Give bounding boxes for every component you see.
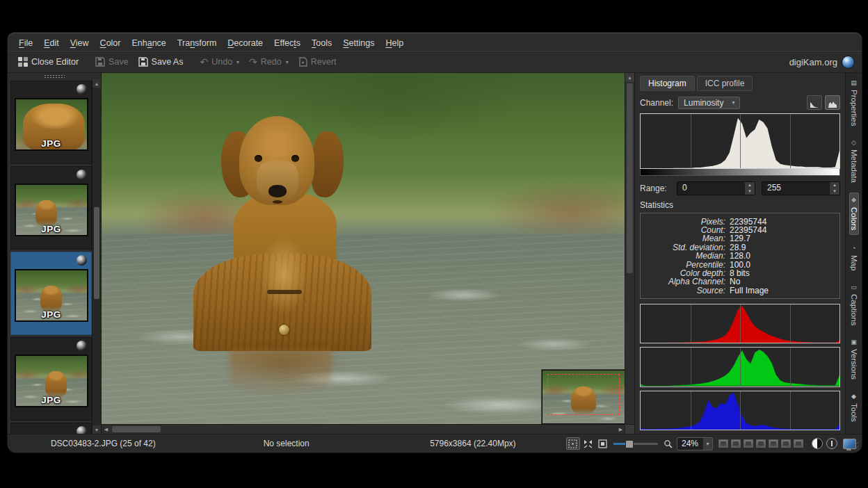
digikam-brand[interactable]: digiKam.org	[789, 56, 856, 69]
revert-label: Revert	[311, 57, 337, 67]
thumbnail-item-5[interactable]	[10, 423, 92, 434]
menu-edit[interactable]: Edit	[38, 37, 65, 49]
spinbox-arrows[interactable]: ▲▼	[829, 182, 839, 195]
chevron-down-icon[interactable]: ▼	[702, 438, 712, 450]
zoom-level-combobox[interactable]: 24% ▼	[677, 437, 713, 450]
redo-button[interactable]: ↷ Redo ▾	[244, 55, 294, 69]
undo-label: Undo	[211, 57, 232, 67]
histogram-blue[interactable]	[640, 391, 840, 430]
canvas-vertical-scrollbar[interactable]: ▲	[625, 73, 634, 424]
fit-to-window-button[interactable]	[582, 438, 595, 449]
side-tab-map[interactable]: ◔Map	[849, 241, 859, 274]
stat-value: 129.7	[725, 234, 750, 243]
undo-dropdown-icon[interactable]: ▾	[236, 59, 239, 65]
stat-label: Source:	[646, 286, 725, 295]
menu-effects[interactable]: Effects	[268, 37, 306, 49]
side-tab-properties[interactable]: ▤Properties	[849, 76, 859, 129]
range-min-spinbox[interactable]: 0 ▲▼	[677, 181, 755, 195]
linear-scale-button[interactable]	[807, 95, 822, 110]
photo-dog-reflection	[206, 348, 362, 400]
menu-tools[interactable]: Tools	[306, 37, 337, 49]
tab-icc-profile[interactable]: ICC profile	[697, 76, 753, 91]
properties-icon: ▤	[851, 79, 858, 86]
channel-select[interactable]: Luminosity ▾	[678, 97, 740, 109]
spinbox-arrows[interactable]: ▲▼	[744, 182, 755, 195]
redo-label: Redo	[261, 57, 282, 67]
menu-transform[interactable]: Transform	[172, 37, 223, 49]
geolocation-globe-icon	[77, 341, 87, 351]
canvas-horizontal-scrollbar[interactable]: ◀ ▶	[102, 424, 634, 434]
range-min-value[interactable]: 0	[677, 182, 744, 195]
side-tab-label: Colors	[850, 207, 858, 230]
photo-dog	[185, 116, 380, 351]
side-tab-label: Map	[850, 255, 858, 270]
revert-button[interactable]: Revert	[294, 55, 341, 69]
scroll-left-icon[interactable]: ◀	[102, 425, 111, 434]
menu-decorate[interactable]: Decorate	[222, 37, 268, 49]
pan-preview-overlay[interactable]	[542, 370, 625, 424]
save-button[interactable]: Save	[90, 55, 134, 69]
side-tab-colors[interactable]: ❖Colors	[849, 193, 859, 234]
thumbnail-item-1[interactable]: JPG	[10, 81, 92, 164]
stat-row: Mean:129.7	[646, 234, 834, 243]
thumbnail-item-2[interactable]: JPG	[10, 166, 92, 250]
editor-canvas: ▲ ◀ ▶	[102, 73, 634, 434]
mini-preview-button-7[interactable]	[793, 439, 804, 448]
save-as-button[interactable]: Save As	[134, 55, 188, 69]
exposure-indicator-icon[interactable]	[812, 438, 823, 449]
stat-value: Full Image	[725, 286, 769, 295]
undo-button[interactable]: ↶ Undo ▾	[195, 55, 244, 69]
thumbbar-scrollbar[interactable]: ▲ ▼	[92, 79, 101, 434]
zoom-level-value[interactable]: 24%	[677, 439, 702, 448]
info-indicator-icon[interactable]	[826, 438, 837, 449]
mini-preview-button-2[interactable]	[730, 439, 741, 448]
histogram-luminosity[interactable]	[640, 113, 840, 169]
logarithmic-scale-button[interactable]	[825, 95, 840, 110]
zoom-slider[interactable]	[613, 439, 658, 448]
channel-value: Luminosity	[684, 98, 723, 108]
scrollbar-thumb[interactable]	[112, 426, 161, 432]
pan-visible-region-rect[interactable]	[547, 374, 620, 415]
statistics-box: Pixels:22395744Count:22395744Mean:129.7S…	[640, 213, 840, 300]
menu-help[interactable]: Help	[380, 37, 409, 49]
canvas-viewport[interactable]: ▲	[102, 73, 634, 424]
scroll-up-icon[interactable]: ▲	[625, 73, 634, 82]
side-tab-label: Versions	[850, 349, 858, 380]
statusbar: DSC03483-2.JPG (25 of 42) No selection 5…	[8, 434, 862, 453]
thumbbar-drag-handle[interactable]	[8, 73, 101, 79]
zoom-slider-handle[interactable]	[625, 440, 634, 448]
mini-preview-button-6[interactable]	[780, 439, 791, 448]
mini-preview-button-5[interactable]	[768, 439, 779, 448]
histogram-green[interactable]	[640, 347, 840, 387]
zoom-fit-button[interactable]	[662, 438, 675, 449]
close-editor-button[interactable]: Close Editor	[13, 55, 83, 69]
range-max-spinbox[interactable]: 255 ▲▼	[762, 181, 840, 195]
stat-value: 128.0	[725, 252, 750, 260]
side-tab-metadata[interactable]: ◇Metadata	[849, 136, 859, 186]
scroll-down-icon[interactable]: ▼	[93, 425, 101, 434]
menu-file[interactable]: File	[13, 37, 38, 49]
scroll-up-icon[interactable]: ▲	[93, 79, 101, 88]
mini-preview-button-3[interactable]	[743, 439, 754, 448]
side-tab-versions[interactable]: ▣Versions	[849, 335, 859, 383]
zoom-100-button[interactable]	[597, 438, 609, 449]
side-tab-captions[interactable]: ▭Captions	[849, 280, 859, 329]
scrollbar-thumb[interactable]	[627, 83, 633, 273]
range-max-value[interactable]: 255	[762, 182, 829, 195]
thumbnail-item-4[interactable]: JPG	[10, 337, 92, 421]
menu-enhance[interactable]: Enhance	[126, 37, 171, 49]
menu-view[interactable]: View	[65, 37, 95, 49]
redo-dropdown-icon[interactable]: ▾	[286, 59, 289, 65]
histogram-red[interactable]	[640, 304, 840, 343]
format-badge: JPG	[41, 138, 61, 149]
statistics-title: Statistics	[640, 200, 840, 210]
menu-settings[interactable]: Settings	[337, 37, 380, 49]
scrollbar-thumb[interactable]	[94, 207, 99, 300]
menu-color[interactable]: Color	[95, 37, 127, 49]
zoom-fit-selection-button[interactable]	[566, 437, 580, 450]
tab-histogram[interactable]: Histogram	[640, 76, 695, 91]
mini-preview-button-1[interactable]	[718, 439, 729, 448]
mini-preview-button-4[interactable]	[755, 439, 766, 448]
side-tab-tools[interactable]: ◆Tools	[849, 389, 859, 425]
thumbnail-item-3[interactable]: JPG	[10, 252, 92, 335]
